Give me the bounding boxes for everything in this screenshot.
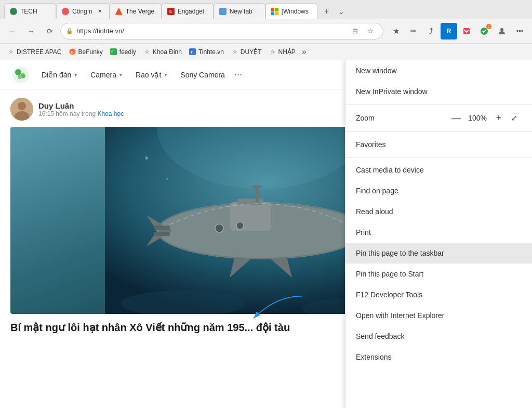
svg-point-12 (18, 75, 22, 79)
browser-frame: TECH Công n ✕ The Verge E Engadget (0, 0, 532, 408)
nav-label-sony-camera: Sony Camera (180, 71, 225, 79)
pocket-icon[interactable] (458, 23, 475, 40)
tab-engadget[interactable]: E Engadget (162, 3, 214, 19)
tab-verge[interactable]: The Verge (110, 3, 162, 19)
tab-label-cong: Công n (72, 8, 92, 15)
author-meta: 16:15 hôm nay trong Khoa học (38, 110, 124, 117)
security-icon[interactable]: 1 (476, 23, 493, 40)
tab-cong[interactable]: Công n ✕ (56, 3, 110, 19)
zoom-expand-button[interactable]: ⤢ (507, 111, 522, 125)
nav-sony-camera[interactable]: Sony Camera (174, 60, 231, 89)
author-meta-time: 16:15 hôm nay trong (38, 110, 97, 117)
tab-label-engadget: Engadget (178, 8, 208, 15)
lock-icon: 🔒 (66, 28, 73, 34)
bookmark-label-nhap: NHẬP (278, 48, 296, 56)
menu-item-f12[interactable]: F12 Developer Tools (345, 284, 532, 305)
nav-caret-dien-dan: ▼ (73, 72, 78, 77)
tab-label-windows: [Windows (282, 8, 312, 15)
bookmark-distree[interactable]: ☆ DISTREE APAC (4, 47, 64, 57)
menu-item-new-inprivate[interactable]: New InPrivate window (345, 81, 532, 102)
svg-point-10 (15, 69, 21, 75)
menu-item-ie[interactable]: Open with Internet Explorer (345, 305, 532, 326)
bookmark-nhap[interactable]: ☆ NHẬP (266, 47, 299, 57)
tab-newtab[interactable]: New tab (214, 3, 265, 19)
refresh-button[interactable]: ⟳ (42, 23, 58, 40)
tab-bar: TECH Công n ✕ The Verge E Engadget (0, 0, 532, 19)
zoom-minus-button[interactable]: — (448, 110, 464, 126)
nav-rao-vat[interactable]: Rao vặt ▼ (129, 60, 174, 89)
feedly-favicon: f (110, 48, 117, 56)
tab-close-cong[interactable]: ✕ (96, 7, 104, 16)
forward-button[interactable]: → (23, 23, 39, 40)
tab-label-tech: TECH (20, 8, 50, 15)
new-tab-button[interactable]: + (320, 4, 334, 19)
svg-rect-24 (230, 202, 271, 231)
menu-label-find: Find on page (356, 187, 398, 195)
bookmark-label-duyet: DUYỆT (241, 48, 262, 56)
back-button[interactable]: ← (4, 23, 21, 40)
nav-dien-dan[interactable]: Diễn đàn ▼ (35, 60, 84, 89)
favorites-toolbar-icon[interactable]: ★ (388, 23, 404, 40)
author-info: Duy Luân 16:15 hôm nay trong Khoa học (38, 101, 124, 117)
bookmark-label-feedly: feedly (119, 48, 136, 56)
menu-label-extensions: Extensions (356, 353, 391, 361)
nav-camera[interactable]: Camera ▼ (84, 60, 129, 89)
more-menu-button[interactable]: ··· (511, 23, 528, 40)
tab-overflow-button[interactable]: ⌄ (334, 4, 349, 19)
reader-mode-icon[interactable]: R (441, 23, 457, 40)
notes-icon[interactable]: ✏ (405, 23, 422, 40)
tab-windows[interactable]: [Windows (265, 3, 317, 19)
menu-item-favorites[interactable]: Favorites (345, 134, 532, 155)
tab-favicon-verge (115, 8, 123, 15)
menu-item-feedback[interactable]: Send feedback (345, 326, 532, 347)
bookmark-khoadinh[interactable]: ☆ Khoa Đinh (140, 47, 185, 57)
menu-item-new-window[interactable]: New window (345, 60, 532, 81)
favorites-star-icon[interactable]: ☆ (363, 24, 378, 38)
nav-label-dien-dan: Diễn đàn (42, 71, 71, 79)
menu-item-find[interactable]: Find on page (345, 180, 532, 201)
bookmark-befunky[interactable]: B BeFunky (65, 47, 105, 57)
menu-item-read-aloud[interactable]: Read aloud (345, 201, 532, 222)
toolbar-icons: ★ ✏ ⤴ R 1 ··· (388, 23, 528, 40)
site-logo[interactable] (10, 64, 31, 85)
tab-favicon-cong (62, 8, 69, 15)
menu-item-print[interactable]: Print (345, 222, 532, 243)
author-category-link[interactable]: Khoa học (97, 110, 124, 117)
khoadinh-favicon: ☆ (143, 48, 151, 56)
menu-item-extensions[interactable]: Extensions (345, 347, 532, 367)
content-area: Diễn đàn ▼ Camera ▼ Rao vặt ▼ Sony Camer… (0, 60, 532, 408)
tab-favicon-engadget: E (167, 8, 175, 15)
distree-favicon: ☆ (7, 48, 15, 56)
menu-item-pin-taskbar[interactable]: Pin this page to the taskbar (345, 243, 532, 264)
arrow-pointer (247, 292, 309, 325)
menu-item-cast[interactable]: Cast media to device (345, 160, 532, 180)
menu-item-pin-start[interactable]: Pin this page to Start (345, 264, 532, 284)
svg-rect-0 (463, 28, 470, 34)
svg-text:B: B (71, 50, 73, 55)
svg-rect-37 (154, 232, 170, 236)
address-text: https://tinhte.vn/ (76, 27, 344, 35)
bookmark-feedly[interactable]: f feedly (107, 47, 139, 57)
account-icon[interactable] (494, 23, 510, 40)
svg-rect-36 (154, 226, 170, 230)
share-icon[interactable]: ⤴ (423, 23, 440, 40)
address-box[interactable]: 🔒 https://tinhte.vn/ ⊟ ☆ (60, 23, 383, 40)
nav-more-icon[interactable]: ··· (231, 69, 245, 80)
notification-badge: 1 (486, 24, 491, 29)
zoom-plus-button[interactable]: + (490, 110, 507, 126)
author-avatar (10, 98, 33, 121)
svg-text:T: T (190, 50, 193, 55)
menu-label-new-inprivate: New InPrivate window (356, 87, 428, 96)
bookmark-tinhte[interactable]: T Tinhte.vn (186, 47, 227, 57)
author-name: Duy Luân (38, 101, 124, 110)
tab-tech[interactable]: TECH (4, 3, 56, 19)
tab-label-verge: The Verge (126, 8, 156, 15)
bookmarks-more-icon[interactable]: » (300, 46, 309, 58)
svg-point-14 (18, 102, 26, 110)
tab-label-newtab: New tab (230, 8, 260, 15)
svg-point-34 (215, 224, 223, 232)
menu-divider-2 (345, 131, 532, 132)
reading-list-icon[interactable]: ⊟ (348, 24, 362, 38)
bookmark-duyet[interactable]: ☆ DUYỆT (228, 47, 265, 57)
menu-divider-3 (345, 157, 532, 157)
